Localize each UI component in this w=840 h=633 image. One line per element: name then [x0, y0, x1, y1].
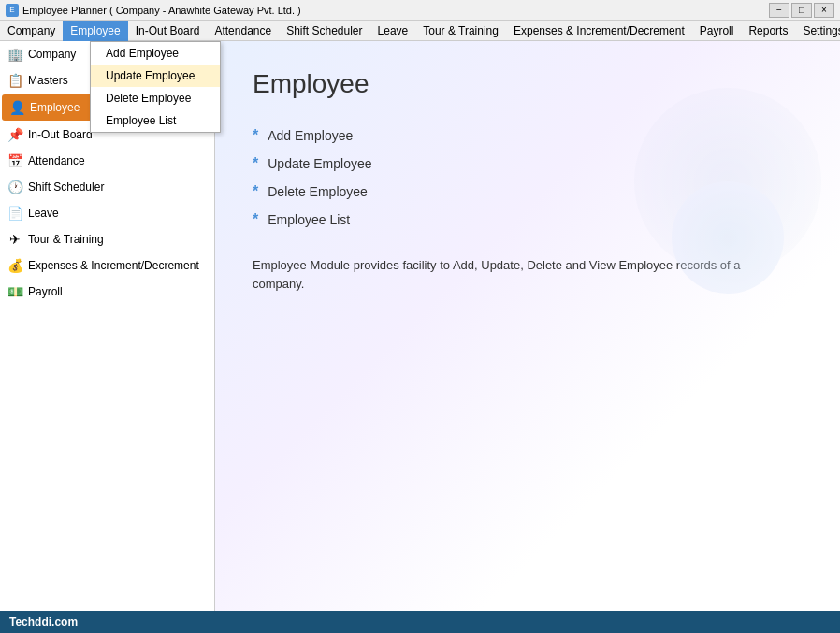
sidebar-item-shift[interactable]: 🕐 Shift Scheduler: [0, 174, 214, 200]
bullet-list: *: [253, 211, 258, 228]
menu-item-leave[interactable]: Leave: [370, 21, 416, 41]
company-icon: 🏢: [7, 47, 22, 62]
sidebar-label-leave: Leave: [28, 207, 59, 220]
menu-item-inout[interactable]: In-Out Board: [128, 21, 208, 41]
title-bar-left: E Employee Planner ( Company - Anawhite …: [6, 4, 301, 17]
title-bar-controls[interactable]: − □ ×: [769, 3, 834, 18]
sidebar-item-attendance[interactable]: 📅 Attendance: [0, 148, 214, 174]
sidebar-label-inout: In-Out Board: [28, 128, 93, 141]
dropdown-employee-list[interactable]: Employee List: [91, 109, 220, 132]
dropdown-delete-employee[interactable]: Delete Employee: [91, 87, 220, 109]
menu-item-company[interactable]: Company: [0, 21, 63, 41]
menu-item-attendance[interactable]: Attendance: [207, 21, 279, 41]
list-label-delete: Delete Employee: [268, 184, 368, 199]
bullet-update: *: [253, 155, 258, 172]
main-content: Employee * Add Employee * Update Employe…: [215, 41, 840, 611]
app-icon: E: [6, 4, 19, 17]
payroll-icon: 💵: [7, 284, 22, 299]
sidebar-label-attendance: Attendance: [28, 154, 85, 167]
maximize-button[interactable]: □: [791, 3, 812, 18]
employee-dropdown: Add Employee Update Employee Delete Empl…: [90, 41, 221, 133]
masters-icon: 📋: [7, 73, 22, 88]
dropdown-add-employee[interactable]: Add Employee: [91, 42, 220, 65]
bullet-add: *: [253, 127, 258, 144]
expenses-icon: 💰: [7, 258, 22, 273]
employee-icon: 👤: [9, 100, 24, 115]
status-label: Techddi.com: [9, 615, 78, 628]
menu-item-expenses[interactable]: Expenses & Increment/Decrement: [506, 21, 692, 41]
leave-icon: 📄: [7, 206, 22, 221]
sidebar-label-tour: Tour & Training: [28, 233, 104, 246]
sidebar-label-payroll: Payroll: [28, 285, 63, 298]
menu-item-reports[interactable]: Reports: [741, 21, 795, 41]
list-label-update: Update Employee: [268, 156, 371, 171]
sidebar-item-expenses[interactable]: 💰 Expenses & Increment/Decrement: [0, 252, 214, 279]
sidebar-label-shift: Shift Scheduler: [28, 180, 104, 194]
sidebar-item-payroll[interactable]: 💵 Payroll: [0, 279, 214, 305]
inout-icon: 📌: [7, 127, 22, 142]
menu-bar: Company Employee In-Out Board Attendance…: [0, 21, 840, 41]
menu-item-employee[interactable]: Employee: [63, 21, 127, 41]
minimize-button[interactable]: −: [769, 3, 789, 18]
sidebar-item-tour[interactable]: ✈ Tour & Training: [0, 226, 214, 252]
shift-icon: 🕐: [7, 180, 22, 194]
deco-circle: [672, 181, 784, 294]
tour-icon: ✈: [7, 232, 22, 247]
sidebar-item-leave[interactable]: 📄 Leave: [0, 200, 214, 226]
close-button[interactable]: ×: [814, 3, 834, 18]
menu-item-payroll[interactable]: Payroll: [692, 21, 742, 41]
menu-item-tour[interactable]: Tour & Training: [415, 21, 506, 41]
menu-item-settings[interactable]: Settings: [795, 21, 840, 41]
sidebar-label-expenses: Expenses & Increment/Decrement: [28, 259, 199, 272]
list-label-list: Employee List: [268, 212, 350, 227]
bullet-delete: *: [253, 183, 258, 200]
sidebar-label-company: Company: [28, 48, 76, 61]
title-bar-text: Employee Planner ( Company - Anawhite Ga…: [22, 5, 301, 16]
dropdown-update-employee[interactable]: Update Employee: [91, 65, 220, 87]
status-bar: Techddi.com: [0, 611, 840, 633]
attendance-icon: 📅: [7, 153, 22, 168]
list-label-add: Add Employee: [268, 128, 353, 143]
sidebar-label-masters: Masters: [28, 74, 68, 87]
sidebar-label-employee: Employee: [30, 101, 80, 114]
menu-item-shift[interactable]: Shift Scheduler: [279, 21, 369, 41]
title-bar: E Employee Planner ( Company - Anawhite …: [0, 0, 840, 21]
